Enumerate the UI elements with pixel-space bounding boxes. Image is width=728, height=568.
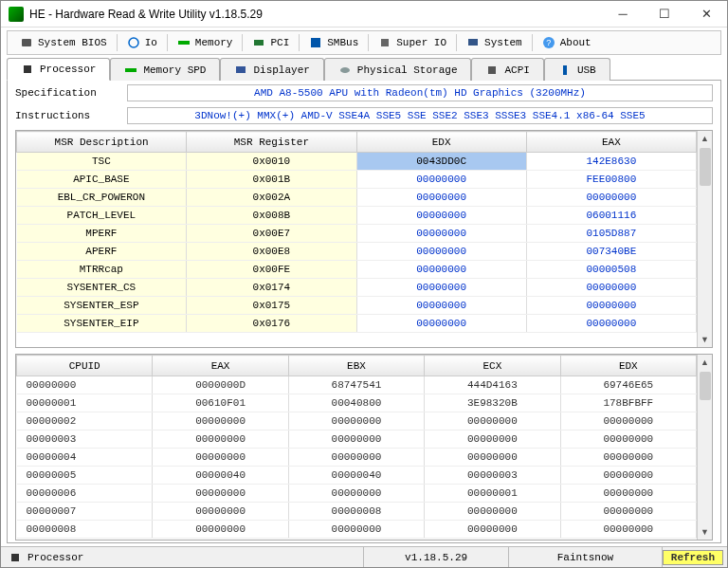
window-title: HE - Hardware Read & Write Utility v1.18… <box>29 8 263 21</box>
statusbar: Processor v1.18.5.29 Faintsnow Refresh <box>1 546 727 567</box>
table-row[interactable]: 0000000800000000000000000000000000000000 <box>17 521 697 539</box>
table-row[interactable]: APIC_BASE0x001B00000000FEE00800 <box>17 171 697 189</box>
toolbar-super-io[interactable]: Super IO <box>370 34 455 51</box>
svg-text:?: ? <box>546 39 551 48</box>
msr-scrollbar[interactable]: ▲ ▼ <box>697 131 712 347</box>
column-header[interactable]: EDX <box>560 356 696 376</box>
cpuid-table-container: CPUIDEAXEBXECXEDX 000000000000000D687475… <box>15 354 713 541</box>
scroll-down-icon[interactable]: ▼ <box>698 332 713 347</box>
cpu-icon <box>9 551 22 564</box>
table-row[interactable]: TSC0x00100043DD0C142E8630 <box>17 153 697 171</box>
table-row[interactable]: 0000000500000040000000400000000300000000 <box>17 467 697 485</box>
scroll-thumb[interactable] <box>700 372 711 400</box>
column-header[interactable]: EDX <box>356 132 526 153</box>
usb-icon <box>558 64 572 77</box>
table-row[interactable]: 0000000600000000000000000000000100000000 <box>17 485 697 503</box>
inst-value: 3DNow!(+) MMX(+) AMD-V SSE4A SSE5 SSE SS… <box>127 107 713 124</box>
help-icon: ? <box>542 36 555 49</box>
tab-processor[interactable]: Processor <box>7 58 110 81</box>
column-header[interactable]: MSR Register <box>187 132 356 153</box>
minimize-button[interactable]: ─ <box>602 1 644 27</box>
table-row[interactable]: 0000000400000000000000000000000000000000 <box>17 449 697 467</box>
table-row[interactable]: 0000000100610F01000408003E98320B178BFBFF <box>17 394 697 412</box>
toolbar-memory[interactable]: Memory <box>169 34 242 51</box>
column-header[interactable]: MSR Description <box>17 132 187 153</box>
svg-rect-0 <box>22 39 31 46</box>
acpi-icon <box>485 64 499 77</box>
table-row[interactable]: SYSENTER_EIP0x01760000000000000000 <box>17 315 697 333</box>
smbus-icon <box>309 36 322 49</box>
main-toolbar: System BIOS Io Memory PCI SMBus Super IO… <box>7 30 721 55</box>
titlebar: HE - Hardware Read & Write Utility v1.18… <box>1 1 727 27</box>
tab-physical-storage[interactable]: Physical Storage <box>324 58 472 81</box>
table-row[interactable]: PATCH_LEVEL0x008B0000000006001116 <box>17 207 697 225</box>
table-row[interactable]: APERF0x00E800000000007340BE <box>17 243 697 261</box>
spd-icon <box>124 64 137 77</box>
scroll-thumb[interactable] <box>700 148 711 186</box>
system-icon <box>466 36 480 49</box>
scroll-up-icon[interactable]: ▲ <box>698 131 713 146</box>
toolbar-about[interactable]: ?About <box>534 34 600 51</box>
status-author: Faintsnow <box>509 547 663 567</box>
close-button[interactable]: ✕ <box>685 1 727 27</box>
app-window: HE - Hardware Read & Write Utility v1.18… <box>0 0 728 568</box>
table-row[interactable]: 0000000700000000000000080000000000000000 <box>17 503 697 521</box>
svg-rect-6 <box>468 39 478 46</box>
refresh-button[interactable]: Refresh <box>663 550 723 565</box>
svg-rect-2 <box>178 41 190 45</box>
tab-displayer[interactable]: Displayer <box>220 58 323 81</box>
cpuid-table[interactable]: CPUIDEAXEBXECXEDX 000000000000000D687475… <box>16 355 697 539</box>
table-row[interactable]: 0000000300000000000000000000000000000000 <box>17 431 697 449</box>
superio-icon <box>378 36 391 49</box>
spec-row-instructions: Instructions 3DNow!(+) MMX(+) AMD-V SSE4… <box>15 107 713 124</box>
spec-row-specification: Specification AMD A8-5500 APU with Radeo… <box>15 84 713 101</box>
app-icon <box>9 7 24 22</box>
maximize-button[interactable]: ☐ <box>644 1 685 27</box>
svg-rect-3 <box>254 40 264 46</box>
display-icon <box>234 64 247 77</box>
table-row[interactable]: SYSENTER_CS0x01740000000000000000 <box>17 279 697 297</box>
tab-acpi[interactable]: ACPI <box>471 58 543 81</box>
status-version: v1.18.5.29 <box>364 547 509 567</box>
toolbar-system-bios[interactable]: System BIOS <box>11 34 116 51</box>
window-controls: ─ ☐ ✕ <box>602 1 727 27</box>
svg-rect-11 <box>236 66 246 73</box>
column-header[interactable]: EAX <box>153 356 288 376</box>
pci-icon <box>252 36 265 49</box>
memory-icon <box>177 36 191 49</box>
status-label: Processor <box>1 547 364 567</box>
table-row[interactable]: MTRRcap0x00FE0000000000000508 <box>17 261 697 279</box>
table-row[interactable]: SYSENTER_ESP0x01750000000000000000 <box>17 297 697 315</box>
io-icon <box>127 36 140 49</box>
scroll-up-icon[interactable]: ▲ <box>698 355 713 370</box>
svg-rect-15 <box>11 554 19 561</box>
bios-icon <box>20 36 33 49</box>
svg-rect-9 <box>24 65 31 73</box>
cpuid-scrollbar[interactable]: ▲ ▼ <box>697 355 712 540</box>
column-header[interactable]: EBX <box>288 356 424 376</box>
svg-rect-4 <box>311 38 320 47</box>
spec-label: Specification <box>15 87 127 99</box>
msr-table[interactable]: MSR DescriptionMSR RegisterEDXEAX TSC0x0… <box>16 131 697 333</box>
svg-point-12 <box>340 67 350 73</box>
table-row[interactable]: MPERF0x00E7000000000105D887 <box>17 225 697 243</box>
svg-rect-14 <box>563 65 567 75</box>
table-row[interactable]: 0000000200000000000000000000000000000000 <box>17 412 697 431</box>
svg-rect-5 <box>381 39 389 46</box>
toolbar-pci[interactable]: PCI <box>244 34 298 51</box>
scroll-down-icon[interactable]: ▼ <box>698 524 713 540</box>
table-row[interactable]: 000000000000000D68747541444D416369746E65 <box>17 376 697 394</box>
column-header[interactable]: CPUID <box>17 356 153 376</box>
inst-label: Instructions <box>15 110 127 121</box>
msr-table-container: MSR DescriptionMSR RegisterEDXEAX TSC0x0… <box>15 130 713 348</box>
toolbar-smbus[interactable]: SMBus <box>300 34 367 51</box>
tab-usb[interactable]: USB <box>544 58 610 81</box>
table-row[interactable]: EBL_CR_POWERON0x002A0000000000000000 <box>17 189 697 207</box>
column-header[interactable]: ECX <box>425 356 560 376</box>
tab-memory-spd[interactable]: Memory SPD <box>110 58 220 81</box>
cpu-icon <box>21 63 34 76</box>
tab-content: Specification AMD A8-5500 APU with Radeo… <box>7 80 721 543</box>
column-header[interactable]: EAX <box>526 132 696 153</box>
toolbar-system[interactable]: System <box>458 34 531 51</box>
toolbar-io[interactable]: Io <box>118 34 166 51</box>
